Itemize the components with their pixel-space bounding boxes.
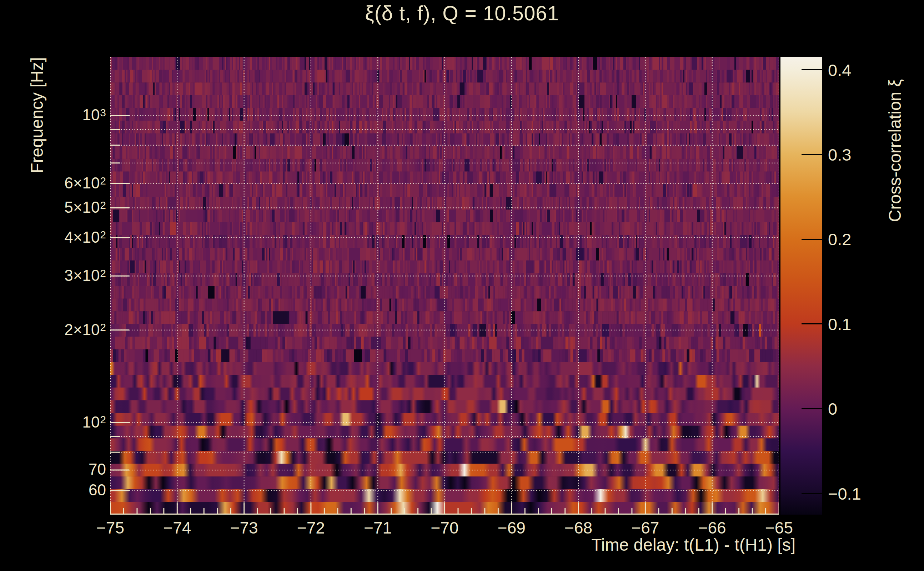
x-tick-label: −71 <box>364 518 392 537</box>
x-tick-label: −72 <box>297 518 325 537</box>
plot-title: ξ(δ t, f), Q = 10.5061 <box>0 2 924 25</box>
x-axis-title: Time delay: t(L1) - t(H1) [s] <box>591 535 796 555</box>
colorbar-title: Cross-correlation ξ <box>885 79 905 222</box>
y-tick-label: 5×102 <box>0 198 106 217</box>
y-tick-label: 3×102 <box>0 266 106 285</box>
colorbar-tick-label: −0.1 <box>828 483 861 503</box>
x-tick-label: −69 <box>498 518 525 537</box>
figure: ξ(δ t, f), Q = 10.5061 Frequency [Hz] 10… <box>0 0 924 571</box>
y-tick-label: 70 <box>0 460 106 478</box>
colorbar-tick-label: 0 <box>828 399 837 418</box>
colorbar-tick-label: 0.2 <box>828 230 851 249</box>
x-tick-label: −65 <box>765 518 793 537</box>
x-tick-label: −73 <box>230 518 258 537</box>
x-tick-label: −74 <box>163 518 191 537</box>
x-tick-label: −68 <box>564 518 592 537</box>
heatmap-canvas <box>110 57 779 515</box>
y-tick-label: 4×102 <box>0 227 106 246</box>
x-tick-label: −66 <box>698 518 726 537</box>
colorbar-tick-label: 0.3 <box>828 145 851 165</box>
colorbar-tick <box>802 323 822 324</box>
colorbar-tick-label: 0.4 <box>828 60 851 80</box>
y-tick-label: 102 <box>0 412 106 431</box>
y-tick-label: 103 <box>0 105 106 124</box>
x-tick-label: −75 <box>96 518 124 537</box>
colorbar-tick <box>802 69 822 70</box>
colorbar-tick <box>802 493 822 494</box>
heatmap-plot-area <box>110 57 779 515</box>
y-tick-label: 6×102 <box>0 173 106 192</box>
y-tick-label: 2×102 <box>0 320 106 339</box>
colorbar-gradient <box>780 57 822 515</box>
colorbar-tick <box>802 408 822 409</box>
colorbar-tick <box>802 239 822 240</box>
x-tick-label: −70 <box>431 518 459 537</box>
colorbar-tick-label: 0.1 <box>828 314 851 334</box>
y-tick-label: 60 <box>0 481 106 499</box>
colorbar-tick <box>802 154 822 155</box>
x-tick-label: −67 <box>631 518 659 537</box>
